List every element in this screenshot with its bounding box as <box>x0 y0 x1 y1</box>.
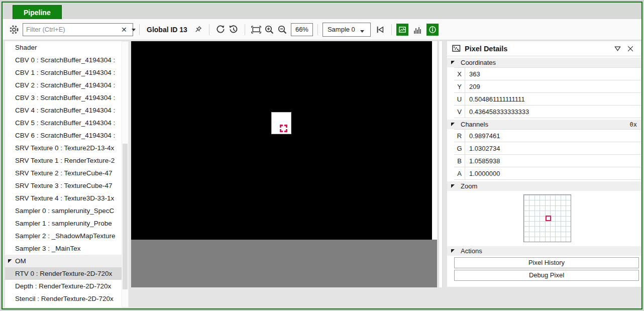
sidebar-item[interactable]: CBV 2 : ScratchBuffer_4194304 : <box>5 79 122 91</box>
sidebar-item[interactable]: Depth : RenderTexture-2D-720x <box>5 280 122 292</box>
refresh-button[interactable] <box>214 23 227 36</box>
row-value[interactable]: 209 <box>465 83 480 90</box>
sidebar-item-label: Sampler 3 : _MainTex <box>15 245 81 252</box>
info-icon <box>428 26 437 34</box>
zoom-percent-field[interactable]: 66% <box>291 23 313 36</box>
section-coordinates[interactable]: Coordinates <box>447 58 641 67</box>
zoom-out-button[interactable] <box>276 23 289 36</box>
scroll-down-icon[interactable] <box>123 300 127 304</box>
section-label: Actions <box>461 247 482 255</box>
zoom-in-button[interactable] <box>263 23 276 36</box>
row-key: U <box>454 95 465 103</box>
image-view-toggle[interactable] <box>396 24 408 36</box>
sidebar-item[interactable]: CBV 6 : ScratchBuffer_4194304 : <box>5 129 122 142</box>
sample-select[interactable]: Sample 0 <box>323 23 371 37</box>
tab-label: Pipeline <box>24 9 51 17</box>
sidebar-item[interactable]: Shader <box>5 41 122 54</box>
row-key: G <box>454 145 465 152</box>
global-id-label: Global ID 13 <box>147 26 187 34</box>
sidebar-item[interactable]: SRV Texture 0 : Texture2D-13-4x <box>5 142 122 154</box>
sidebar-item[interactable]: Sampler 1 : samplerunity_Probe <box>5 217 122 230</box>
row-value[interactable]: 363 <box>465 70 480 78</box>
fit-to-window-icon <box>251 25 262 35</box>
filter-dropdown-icon[interactable] <box>132 29 136 33</box>
row-value[interactable]: 0.436458333333333 <box>465 108 529 116</box>
sidebar-item-label: CBV 2 : ScratchBuffer_4194304 : <box>15 81 115 89</box>
sidebar-item-label: CBV 6 : ScratchBuffer_4194304 : <box>15 132 115 139</box>
sidebar-item[interactable]: Sampler 0 : samplerunity_SpecC <box>5 204 122 217</box>
skip-to-start-button[interactable] <box>374 23 387 36</box>
clear-filter-icon[interactable]: ✕ <box>118 26 131 34</box>
zoom-pixel-grid[interactable] <box>523 194 571 242</box>
render-target-image[interactable] <box>131 41 432 240</box>
zoom-selected-pixel-marker <box>546 216 551 221</box>
histogram-button[interactable] <box>411 24 424 36</box>
sidebar-item-label: SRV Texture 3 : TextureCube-47 <box>15 182 113 189</box>
row-value[interactable]: 0.504861111111111 <box>465 95 525 103</box>
sidebar-item-label: CBV 1 : ScratchBuffer_4194304 : <box>15 69 115 76</box>
debug-pixel-button[interactable]: Debug Pixel <box>454 270 639 281</box>
pixel-history-button[interactable]: Pixel History <box>454 257 639 268</box>
coordinate-row-y: Y209 <box>454 80 641 93</box>
sidebar-item[interactable]: CBV 5 : ScratchBuffer_4194304 : <box>5 117 122 129</box>
toolbar: ✕ Global ID 13 <box>3 19 641 40</box>
sidebar-item-label: Sampler 2 : _ShadowMapTexture <box>15 232 116 240</box>
sidebar-item-label: CBV 0 : ScratchBuffer_4194304 : <box>15 56 115 64</box>
zoom-percent-value: 66% <box>295 26 308 33</box>
sidebar-item[interactable]: RTV 0 : RenderTexture-2D-720x <box>5 267 122 280</box>
app-window: Pipeline ✕ Global ID 13 <box>2 2 642 309</box>
panel-dock-button[interactable] <box>612 43 623 54</box>
sample-select-value: Sample 0 <box>328 26 355 33</box>
sidebar-item[interactable]: CBV 0 : ScratchBuffer_4194304 : <box>5 54 122 66</box>
hex-toggle[interactable]: 0x <box>630 121 637 128</box>
fit-to-window-button[interactable] <box>250 23 263 36</box>
sidebar-section-om[interactable]: OM <box>5 255 122 267</box>
section-label: Zoom <box>461 182 477 190</box>
row-value[interactable]: 1.0000000 <box>465 170 500 177</box>
pixel-details-icon <box>452 44 461 53</box>
sidebar-item[interactable]: Sampler 2 : _ShadowMapTexture <box>5 230 122 242</box>
row-key: R <box>454 132 465 140</box>
sidebar-item[interactable]: SRV Texture 1 : RenderTexture-2 <box>5 154 122 167</box>
channel-row-r: R0.9897461 <box>454 130 641 142</box>
row-key: A <box>454 170 465 177</box>
sidebar-item[interactable]: Stencil : RenderTexture-2D-720x <box>5 292 122 305</box>
sidebar-item-label: SRV Texture 0 : Texture2D-13-4x <box>15 144 114 152</box>
sidebar-item-label: Shader <box>15 44 37 51</box>
tab-pipeline[interactable]: Pipeline <box>13 5 62 19</box>
row-key: X <box>454 70 465 78</box>
scrollbar-thumb[interactable] <box>123 144 128 289</box>
viewport-scrollbar[interactable] <box>439 41 443 287</box>
section-channels[interactable]: Channels 0x <box>447 120 641 129</box>
section-zoom[interactable]: Zoom <box>447 181 641 191</box>
scroll-up-icon[interactable] <box>123 44 127 48</box>
toolbar-separator <box>245 24 245 35</box>
row-key: Y <box>454 83 465 90</box>
sidebar-item[interactable]: Sampler 3 : _MainTex <box>5 242 122 255</box>
pin-button[interactable] <box>191 23 204 36</box>
sidebar-item[interactable]: CBV 1 : ScratchBuffer_4194304 : <box>5 66 122 79</box>
sidebar-item[interactable]: SRV Texture 2 : TextureCube-47 <box>5 167 122 179</box>
sidebar-item-label: CBV 5 : ScratchBuffer_4194304 : <box>15 119 115 127</box>
history-button[interactable] <box>227 23 240 36</box>
sidebar-item[interactable]: CBV 4 : ScratchBuffer_4194304 : <box>5 104 122 117</box>
sidebar-scrollbar[interactable] <box>122 41 129 307</box>
info-toggle[interactable] <box>426 24 439 36</box>
title-bar: Pipeline <box>3 3 641 19</box>
section-actions[interactable]: Actions <box>447 246 641 256</box>
coordinate-row-u: U0.504861111111111 <box>454 93 641 106</box>
settings-button[interactable] <box>8 23 21 36</box>
sidebar-item[interactable]: CBV 3 : ScratchBuffer_4194304 : <box>5 91 122 104</box>
panel-close-button[interactable] <box>625 43 636 54</box>
row-value[interactable]: 1.0302734 <box>465 145 500 152</box>
row-value[interactable]: 1.0585938 <box>465 157 500 165</box>
panel-header: Pixel Details <box>447 41 641 56</box>
sidebar-item[interactable]: SRV Texture 4 : Texture3D-33-1x <box>5 192 122 204</box>
row-value[interactable]: 0.9897461 <box>465 132 500 140</box>
texture-viewport[interactable] <box>131 41 437 287</box>
expander-icon <box>451 123 455 126</box>
sidebar-item-label: OM <box>15 257 26 265</box>
histogram-icon <box>414 31 415 34</box>
filter-input[interactable] <box>23 26 118 33</box>
sidebar-item[interactable]: SRV Texture 3 : TextureCube-47 <box>5 179 122 192</box>
